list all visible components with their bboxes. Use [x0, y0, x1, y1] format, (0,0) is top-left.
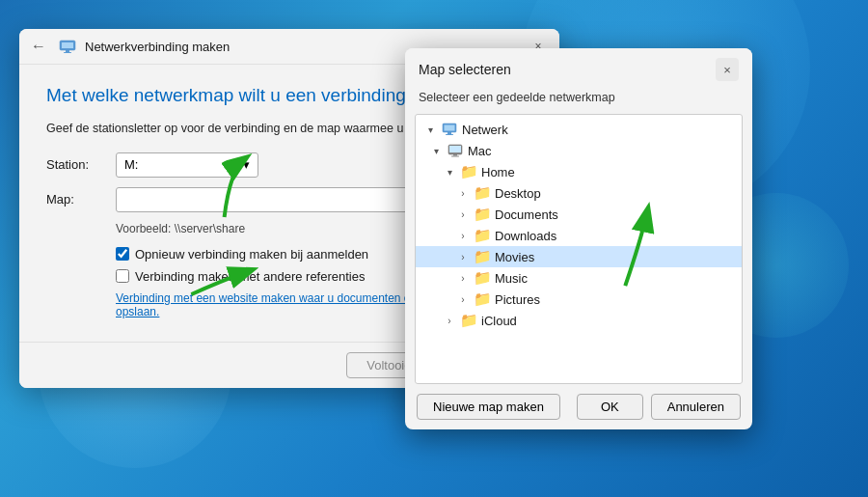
chevron-music-icon	[456, 273, 470, 284]
svg-rect-3	[64, 52, 71, 53]
chevron-netwerk-icon	[423, 124, 437, 135]
tree-item-movies[interactable]: 📁 Movies	[416, 246, 742, 267]
chevron-downloads-icon	[456, 231, 470, 241]
dropdown-chevron-icon: ▾	[243, 157, 250, 172]
titlebar-left: ← Netwerkverbinding maken	[31, 37, 230, 56]
chevron-movies-icon	[456, 252, 470, 262]
movies-folder-icon: 📁	[474, 249, 491, 264]
svg-rect-6	[448, 132, 451, 134]
select-close-button[interactable]: ×	[716, 58, 739, 81]
netwerk-label: Netwerk	[462, 123, 508, 137]
tree-item-netwerk[interactable]: Netwerk	[416, 119, 742, 140]
svg-rect-5	[445, 125, 455, 131]
svg-rect-10	[453, 154, 457, 156]
downloads-label: Downloads	[495, 229, 556, 243]
network-drive-icon	[58, 37, 77, 56]
pictures-label: Pictures	[495, 292, 540, 307]
chevron-documents-icon	[456, 209, 470, 220]
map-input[interactable]	[116, 187, 435, 212]
icloud-label: iCloud	[481, 314, 517, 328]
svg-rect-7	[446, 134, 453, 135]
select-footer: Nieuwe map maken OK Annuleren	[405, 384, 752, 429]
station-label: Station:	[46, 157, 116, 172]
folder-tree: Netwerk Mac 📁 Home 📁 De	[415, 114, 743, 384]
select-subtitle: Selecteer een gedeelde netwerkmap	[405, 91, 752, 114]
tree-item-mac[interactable]: Mac	[416, 140, 742, 161]
chevron-pictures-icon	[456, 294, 470, 305]
network-icon	[441, 122, 458, 137]
select-footer-right: OK Annuleren	[577, 394, 741, 420]
select-folder-dialog: Map selecteren × Selecteer een gedeelde …	[405, 48, 752, 429]
svg-rect-2	[66, 50, 69, 52]
other-credentials-label: Verbinding maken met andere referenties	[135, 269, 365, 284]
select-dialog-title: Map selecteren	[419, 62, 511, 77]
main-dialog-title: Netwerkverbinding maken	[85, 40, 230, 54]
tree-item-pictures[interactable]: 📁 Pictures	[416, 289, 742, 310]
select-cancel-button[interactable]: Annuleren	[651, 394, 741, 420]
reconnect-label: Opnieuw verbinding maken bij aanmelden	[135, 247, 368, 262]
chevron-desktop-icon	[456, 188, 470, 199]
svg-rect-1	[62, 42, 73, 48]
new-map-button[interactable]: Nieuwe map maken	[417, 394, 560, 420]
desktop-folder-icon: 📁	[474, 185, 491, 201]
home-folder-icon: 📁	[460, 164, 477, 179]
pictures-folder-icon: 📁	[474, 291, 491, 307]
music-label: Music	[495, 271, 528, 286]
home-label: Home	[481, 165, 515, 179]
tree-item-music[interactable]: 📁 Music	[416, 267, 742, 289]
tree-item-documents[interactable]: 📁 Documents	[416, 204, 742, 225]
music-folder-icon: 📁	[474, 270, 491, 286]
tree-item-desktop[interactable]: 📁 Desktop	[416, 182, 742, 204]
chevron-icloud-icon	[443, 316, 456, 326]
svg-rect-11	[451, 156, 459, 157]
icloud-folder-icon: 📁	[460, 313, 477, 328]
station-dropdown[interactable]: M: ▾	[116, 152, 258, 178]
select-titlebar: Map selecteren ×	[405, 48, 752, 91]
other-credentials-checkbox[interactable]	[116, 269, 129, 283]
documents-label: Documents	[495, 207, 558, 222]
desktop-label: Desktop	[495, 186, 541, 201]
ok-button[interactable]: OK	[577, 394, 643, 420]
mac-label: Mac	[468, 144, 492, 158]
svg-rect-9	[449, 146, 461, 152]
chevron-mac-icon	[429, 146, 443, 156]
monitor-icon	[447, 143, 464, 158]
tree-item-home[interactable]: 📁 Home	[416, 161, 742, 182]
tree-item-downloads[interactable]: 📁 Downloads	[416, 225, 742, 246]
tree-item-icloud[interactable]: 📁 iCloud	[416, 310, 742, 331]
documents-folder-icon: 📁	[474, 207, 491, 222]
back-button[interactable]: ←	[31, 38, 46, 55]
chevron-home-icon	[443, 167, 456, 178]
station-value: M:	[124, 157, 138, 172]
movies-label: Movies	[495, 250, 534, 264]
reconnect-checkbox[interactable]	[116, 247, 129, 261]
downloads-folder-icon: 📁	[474, 228, 491, 243]
map-label: Map:	[46, 192, 116, 207]
